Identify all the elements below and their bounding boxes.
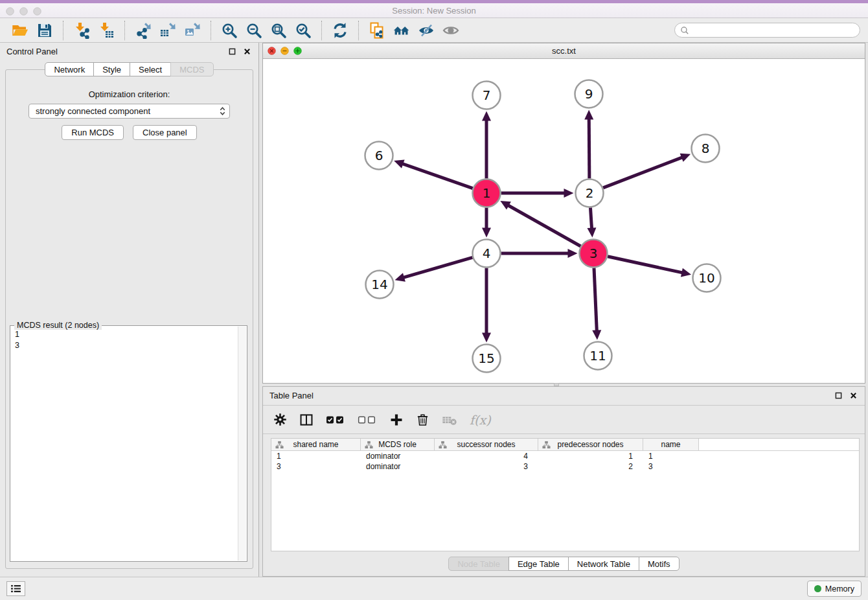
table-row[interactable]: 1dominator411 bbox=[271, 451, 859, 461]
select-all-checkboxes-button[interactable] bbox=[326, 415, 345, 425]
criterion-select[interactable]: strongly connected component bbox=[29, 104, 230, 119]
edge-1-6[interactable] bbox=[394, 159, 473, 188]
memory-button[interactable]: Memory bbox=[807, 581, 862, 597]
export-table-icon bbox=[159, 22, 176, 39]
open-session-button[interactable] bbox=[10, 20, 30, 41]
tab-mcds[interactable]: MCDS bbox=[170, 62, 213, 76]
hide-selected-icon bbox=[418, 22, 435, 39]
run-mcds-button[interactable]: Run MCDS bbox=[62, 125, 124, 140]
result-scrollbar[interactable] bbox=[238, 327, 246, 560]
graph-node-6[interactable]: 6 bbox=[365, 142, 393, 170]
add-column-button[interactable] bbox=[389, 413, 404, 427]
close-table-panel-icon[interactable] bbox=[849, 391, 858, 400]
graph-node-11[interactable]: 11 bbox=[584, 342, 612, 370]
export-network-button[interactable] bbox=[133, 20, 154, 41]
graph-node-3[interactable]: 3 bbox=[580, 240, 608, 268]
search-input[interactable] bbox=[692, 26, 854, 35]
column-header-shared-name[interactable]: shared name bbox=[271, 439, 361, 451]
new-network-from-selection-button[interactable] bbox=[367, 20, 387, 41]
graph-node-10[interactable]: 10 bbox=[693, 264, 721, 292]
column-header-mcds-role[interactable]: MCDS role bbox=[361, 439, 435, 451]
header-filler bbox=[699, 439, 859, 451]
network-view-window: scc.txt 1234678910111415 bbox=[262, 43, 865, 384]
tab-node-table[interactable]: Node Table bbox=[448, 557, 509, 571]
memory-status-dot bbox=[814, 585, 821, 592]
graph-node-14[interactable]: 14 bbox=[366, 271, 394, 299]
delete-column-button[interactable] bbox=[416, 413, 429, 426]
graph-node-2[interactable]: 2 bbox=[576, 179, 604, 207]
table-toolbar: f(x) bbox=[263, 405, 865, 434]
first-neighbors-icon bbox=[393, 22, 410, 39]
edge-1-7[interactable] bbox=[482, 111, 491, 179]
tab-network[interactable]: Network bbox=[45, 62, 94, 76]
network-canvas[interactable]: 1234678910111415 bbox=[263, 59, 865, 383]
graph-node-7[interactable]: 7 bbox=[473, 82, 501, 110]
save-session-button[interactable] bbox=[34, 20, 55, 41]
criterion-value: strongly connected component bbox=[36, 106, 150, 116]
float-table-panel-icon[interactable] bbox=[834, 391, 843, 400]
deselect-all-checkboxes-button[interactable] bbox=[358, 415, 377, 425]
refresh-icon bbox=[332, 22, 348, 39]
graph-node-15[interactable]: 15 bbox=[473, 345, 501, 373]
float-panel-icon[interactable] bbox=[227, 47, 237, 56]
cell-mcds-role: dominator bbox=[361, 452, 435, 461]
graph-node-8[interactable]: 8 bbox=[692, 135, 720, 163]
edge-2-8[interactable] bbox=[603, 154, 691, 188]
edge-1-2[interactable] bbox=[501, 189, 574, 198]
tab-motifs[interactable]: Motifs bbox=[639, 557, 680, 571]
edge-4-3[interactable] bbox=[501, 249, 578, 258]
refresh-button[interactable] bbox=[330, 20, 350, 41]
column-header-name[interactable]: name bbox=[643, 439, 699, 451]
panel-layout-button[interactable] bbox=[299, 413, 314, 427]
edge-2-3[interactable] bbox=[587, 207, 596, 237]
network-window-title: scc.txt bbox=[263, 46, 865, 56]
svg-text:15: 15 bbox=[478, 351, 494, 366]
result-line: 1 bbox=[15, 329, 19, 340]
column-header-predecessor-nodes[interactable]: predecessor nodes bbox=[538, 439, 643, 451]
zoom-selected-button[interactable] bbox=[293, 20, 314, 41]
svg-text:11: 11 bbox=[589, 348, 606, 363]
panel-layout-icon bbox=[299, 413, 314, 427]
export-table-button[interactable] bbox=[157, 20, 178, 41]
edge-4-14[interactable] bbox=[395, 257, 473, 281]
table-panel: Table Panel f(x) shared nameMCDS rolesuc… bbox=[262, 386, 865, 577]
settings-icon bbox=[273, 413, 287, 426]
import-table-button[interactable] bbox=[96, 20, 117, 41]
graph-node-1[interactable]: 1 bbox=[473, 179, 501, 207]
network-window-titlebar[interactable]: scc.txt bbox=[263, 43, 865, 59]
memory-label: Memory bbox=[825, 584, 854, 594]
show-all-button[interactable] bbox=[440, 20, 461, 41]
edge-3-10[interactable] bbox=[608, 257, 691, 277]
close-panel-button[interactable]: Close panel bbox=[133, 125, 197, 140]
zoom-fit-icon bbox=[270, 22, 287, 39]
tab-network-table[interactable]: Network Table bbox=[568, 557, 639, 571]
hide-selected-button[interactable] bbox=[416, 20, 437, 41]
zoom-in-button[interactable] bbox=[219, 20, 240, 41]
tab-style[interactable]: Style bbox=[93, 62, 130, 76]
delete-table-icon bbox=[442, 412, 457, 428]
svg-text:10: 10 bbox=[698, 270, 714, 286]
zoom-out-button[interactable] bbox=[244, 20, 264, 41]
first-neighbors-button[interactable] bbox=[391, 20, 412, 41]
edge-3-1[interactable] bbox=[500, 201, 580, 246]
search-box[interactable] bbox=[674, 23, 860, 38]
graph-node-4[interactable]: 4 bbox=[473, 240, 501, 268]
show-all-icon bbox=[442, 22, 459, 39]
settings-button[interactable] bbox=[273, 413, 287, 426]
task-list-button[interactable] bbox=[6, 581, 25, 596]
edge-4-15[interactable] bbox=[482, 268, 491, 343]
tab-select[interactable]: Select bbox=[130, 62, 171, 76]
table-row[interactable]: 3dominator323 bbox=[271, 461, 859, 472]
edge-3-11[interactable] bbox=[592, 268, 601, 340]
edge-2-9[interactable] bbox=[584, 110, 593, 178]
export-image-button[interactable] bbox=[182, 20, 203, 41]
graph-node-9[interactable]: 9 bbox=[575, 80, 603, 108]
zoom-fit-button[interactable] bbox=[268, 20, 289, 41]
optimization-criterion-label: Optimization criterion: bbox=[6, 89, 253, 99]
import-network-button[interactable] bbox=[71, 20, 92, 41]
column-header-successor-nodes[interactable]: successor nodes bbox=[435, 439, 538, 451]
edge-1-4[interactable] bbox=[482, 208, 491, 238]
close-panel-icon[interactable] bbox=[242, 47, 252, 56]
open-session-icon bbox=[12, 22, 29, 39]
tab-edge-table[interactable]: Edge Table bbox=[508, 557, 569, 571]
